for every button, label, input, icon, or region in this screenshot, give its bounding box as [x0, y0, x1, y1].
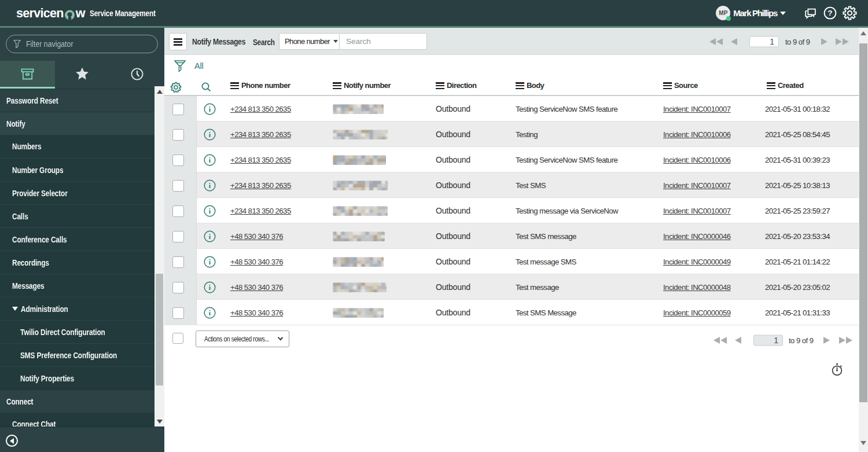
svg-text:?: ? — [827, 9, 832, 17]
